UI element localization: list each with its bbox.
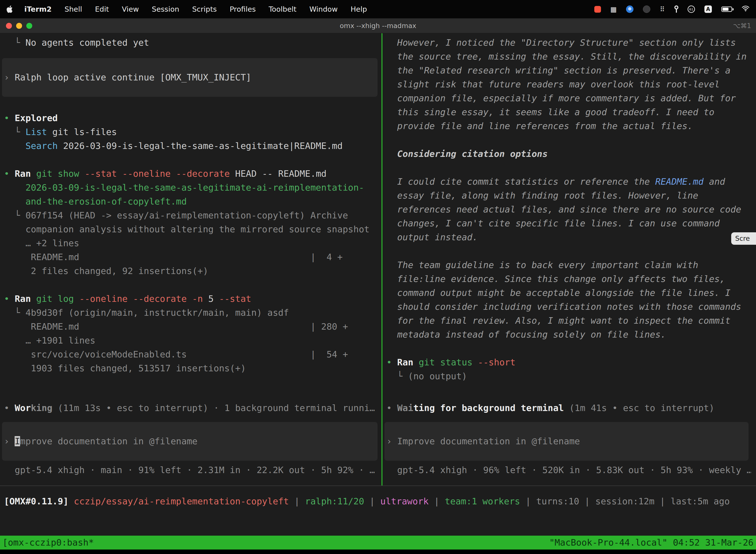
text-segment: (11m 13s • esc to interrupt) · 1 backgro… (52, 403, 375, 413)
text-segment: | (579, 496, 595, 506)
dots-grid-icon[interactable]: ⠿ (660, 5, 665, 13)
text-segment: • (4, 169, 15, 179)
text-segment: 2026-03-09-is-legal-the-same-as-legitima… (58, 141, 343, 151)
text-segment: • (4, 403, 15, 413)
tmux-session-info: [omx-cczip0:bash* (2, 536, 94, 550)
text-segment: HEAD -- README.md (230, 169, 326, 179)
right-pane[interactable]: However, I noticed the "Directory Struct… (382, 33, 756, 486)
text-segment: 5 (203, 294, 213, 304)
text-segment: --stat (213, 294, 251, 304)
right-pane-content: However, I noticed the "Directory Struct… (386, 36, 751, 383)
apple-menu-icon[interactable] (6, 5, 13, 13)
text-segment: 067f154 (HEAD -> essay/ai-reimplementati… (25, 210, 370, 234)
text-segment: … +2 lines (25, 238, 79, 248)
terminal-line (4, 153, 380, 167)
terminal-line: • Ran git status --short (386, 355, 751, 369)
wifi-icon[interactable] (742, 5, 750, 13)
menu-window[interactable]: Window (309, 5, 337, 13)
window-controls (6, 18, 32, 33)
menu-scripts[interactable]: Scripts (192, 5, 217, 13)
text-segment: └ (15, 38, 25, 48)
terminal-line: └ 067f154 (HEAD -> essay/ai-reimplementa… (4, 209, 380, 236)
terminal-line: The team guideline is to back every impo… (386, 258, 751, 341)
text-segment (68, 496, 74, 506)
text-segment: However, I noticed the "Directory Struct… (397, 38, 751, 131)
text-segment: Considering citation options (397, 149, 548, 159)
menu-view[interactable]: View (122, 5, 139, 13)
terminal-line: › Ralph loop active continue [OMX_TMUX_I… (4, 70, 377, 85)
window-grid-icon[interactable]: ▦ (611, 5, 617, 13)
minimize-button[interactable] (16, 23, 22, 29)
text-segment: team:1 workers (445, 496, 520, 506)
menu-profiles[interactable]: Profiles (230, 5, 256, 13)
terminal-line: • Working (11m 13s • esc to interrupt) ·… (4, 401, 380, 415)
screen: iTerm2 Shell Edit View Session Scripts P… (0, 0, 756, 554)
text-segment: git ls-files (47, 127, 117, 137)
terminal-line: └ No agents completed yet (4, 36, 380, 50)
text-segment: --oneline --decorate -n (74, 294, 203, 304)
text-segment: • (4, 294, 15, 304)
screen-recording-stop-icon[interactable] (594, 6, 601, 13)
text-segment: Search (25, 141, 58, 151)
text-segment: List (25, 127, 47, 137)
text-segment: I (15, 436, 20, 446)
close-button[interactable] (6, 23, 12, 29)
left-pane[interactable]: └ No agents completed yet› Ralph loop ac… (0, 33, 381, 486)
screen-share-tooltip[interactable]: Scre (731, 232, 756, 245)
terminal-line: However, I noticed the "Directory Struct… (386, 36, 751, 133)
text-segment: king (31, 403, 52, 413)
percentage-gauge-icon[interactable]: 61 (688, 5, 695, 13)
text-segment: gpt-5.4 xhigh · 96% left · 520K in · 5.8… (397, 465, 751, 475)
text-segment: cczip/essay/ai-reimplementation-copyleft (74, 496, 289, 506)
text-segment: › (386, 436, 397, 446)
text-segment: --short (472, 357, 515, 367)
text-segment: … +1901 lines (25, 335, 96, 345)
text-segment: Ran (15, 294, 31, 304)
prompt-input[interactable]: › Improve documentation in @filename (2, 422, 378, 461)
text-segment: | (429, 496, 445, 506)
left-pane-bottom: • Working (11m 13s • esc to interrupt) ·… (4, 401, 380, 486)
text-segment: | (364, 496, 380, 506)
text-segment: README.md | 280 + (25, 321, 348, 332)
terminal-line (4, 278, 380, 292)
terminal-line: › Improve documentation in @filename (4, 434, 377, 448)
menu-toolbelt[interactable]: Toolbelt (269, 5, 296, 13)
text-segment: 4b9d30f (origin/main, instructkr/main, m… (25, 308, 289, 318)
text-segment: Ran (397, 357, 413, 367)
blue-app-icon[interactable] (626, 5, 633, 13)
text-segment: I could cite commit statistics or refere… (397, 176, 655, 187)
text-segment: Improve documentation in @filename (397, 436, 580, 446)
menu-iterm2[interactable]: iTerm2 (24, 5, 52, 13)
terminal-line: README.md | 4 + (4, 250, 380, 264)
text-segment: › (4, 436, 15, 446)
menu-session[interactable]: Session (152, 5, 179, 13)
text-segment: git log (36, 294, 74, 304)
zoom-button[interactable] (26, 23, 32, 29)
text-segment: Ran (15, 169, 31, 179)
menu-bar-status-icons: ▦ ⠿ 61 A (594, 5, 750, 13)
text-segment: ultrawork (380, 496, 429, 506)
text-segment: └ (15, 127, 25, 137)
text-segment: (1m 41s • esc to interrupt) (564, 403, 714, 413)
menu-shell[interactable]: Shell (64, 5, 82, 13)
text-segment: 2026-03-09-is-legal-the-same-as-legitima… (25, 182, 364, 207)
bottom-fill (0, 550, 756, 554)
battery-icon[interactable] (721, 6, 732, 12)
menu-edit[interactable]: Edit (95, 5, 109, 13)
text-segment: 2 files changed, 92 insertions(+) (25, 266, 208, 276)
text-segment: src/voice/voiceModeEnabled.ts | 54 + (25, 349, 348, 359)
text-segment: last:5m ago (671, 496, 730, 506)
terminal-line: 2026-03-09-is-legal-the-same-as-legitima… (4, 181, 380, 209)
text-segment: └ (397, 371, 408, 381)
dark-app-icon[interactable] (643, 5, 650, 13)
terminal-line: gpt-5.4 xhigh · 96% left · 520K in · 5.8… (386, 463, 751, 477)
menu-help[interactable]: Help (351, 5, 367, 13)
terminal-line: 1903 files changed, 513517 insertions(+) (4, 362, 380, 375)
text-segment: └ (15, 210, 25, 220)
password-key-icon[interactable] (674, 5, 678, 13)
prompt-input[interactable]: › Improve documentation in @filename (384, 422, 749, 461)
input-source-icon[interactable]: A (704, 5, 712, 13)
text-segment: Wai (397, 403, 413, 413)
terminal-line: • Ran git log --oneline --decorate -n 5 … (4, 292, 380, 306)
text-segment: ting for background terminal (413, 403, 564, 413)
